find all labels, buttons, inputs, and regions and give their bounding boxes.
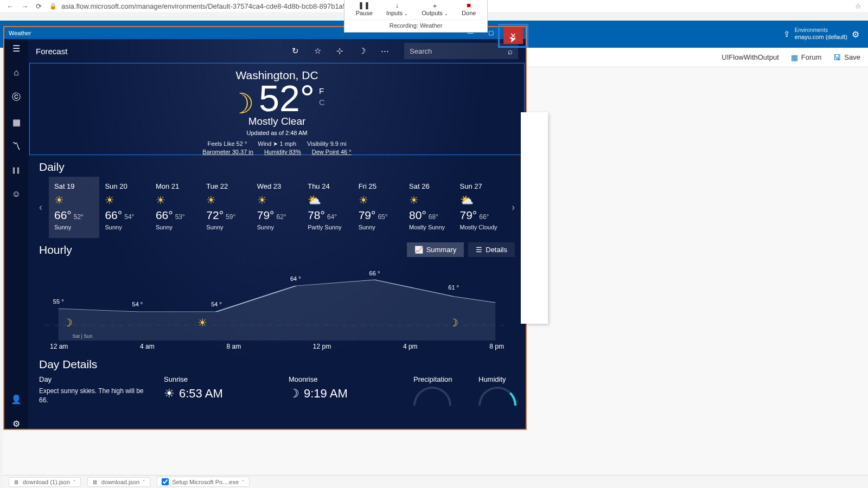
day-name: Tue 22 <box>206 182 246 190</box>
unit-c[interactable]: C <box>319 97 325 108</box>
sunrise-label: Sunrise <box>164 375 272 383</box>
inputs-button[interactable]: ↓Inputs⌄ <box>386 1 408 16</box>
recorder-status: Recording: Weather <box>344 20 487 32</box>
day-name: Sat 19 <box>54 182 94 190</box>
day-card[interactable]: Wed 23 ☀ 79°62° Sunny <box>252 177 302 238</box>
sun-icon: ☀ <box>164 387 175 401</box>
day-condition: Mostly Sunny <box>409 224 449 230</box>
forward-icon[interactable]: → <box>21 2 28 10</box>
chevron-up-icon[interactable]: ˄ <box>143 479 145 485</box>
day-card[interactable]: Mon 21 ☀ 66°53° Sunny <box>150 177 201 238</box>
high-temp: 79° <box>359 209 376 221</box>
reload-icon[interactable]: ⟳ <box>36 2 42 10</box>
high-temp: 72° <box>206 209 224 221</box>
tab-summary[interactable]: 📈Summary <box>407 242 464 257</box>
download-checkbox[interactable] <box>162 478 169 485</box>
day-card[interactable]: Tue 22 ☀ 72°59° Sunny <box>201 177 251 238</box>
day-card[interactable]: Sat 26 ☀ 80°68° Mostly Sunny <box>404 177 454 238</box>
day-label: Day <box>39 375 148 383</box>
day-card[interactable]: Sun 20 ☀ 66°54° Sunny <box>99 177 150 238</box>
weather-icon: ⛅ <box>460 194 500 207</box>
humidity-label: Humidity <box>478 375 526 383</box>
moon-icon[interactable]: ☽ <box>359 46 366 56</box>
save-button[interactable]: 🖫Save <box>833 53 860 62</box>
hour-label: 4 pm <box>403 343 418 350</box>
low-temp: 54° <box>124 213 134 221</box>
download-item[interactable]: 🗎download.json˄ <box>87 477 150 487</box>
day-card[interactable]: Sat 19 ☀ 66°52° Sunny <box>49 177 99 238</box>
forum-button[interactable]: ▦Forum <box>791 53 822 62</box>
day-card[interactable]: Sun 27 ⛅ 79°66° Mostly Cloudy <box>455 177 505 238</box>
weather-window: Weather — ▢ ☰ ⌂ ⓒ ▦ 〽 ⫿⫿ ☺ 👤 ⚙ Forecast … <box>3 26 527 430</box>
pin-icon[interactable]: ⊹ <box>336 46 343 56</box>
home-icon[interactable]: ⌂ <box>14 68 19 78</box>
day-name: Sun 27 <box>460 182 500 190</box>
flow-name[interactable]: UIFlowWithOutput <box>722 53 778 61</box>
favorite-icon[interactable]: ☆ <box>314 46 321 56</box>
low-temp: 62° <box>277 213 286 221</box>
share-icon[interactable]: ⇪ <box>783 29 790 39</box>
window-title: Weather <box>9 30 31 36</box>
outputs-button[interactable]: ＋Outputs⌄ <box>422 1 448 16</box>
face-icon[interactable]: ☺ <box>12 189 21 199</box>
search-icon[interactable]: ⌕ <box>508 47 513 56</box>
day-condition: Sunny <box>54 224 94 230</box>
history-icon[interactable]: ⫿⫿ <box>12 165 21 175</box>
low-temp: 64° <box>327 213 337 221</box>
refresh-icon[interactable]: ↻ <box>292 46 299 56</box>
user-icon[interactable]: 👤 <box>11 394 22 404</box>
hourly-point: 66 ° <box>369 270 380 277</box>
tab-details[interactable]: ☰Details <box>468 242 515 257</box>
weather-content[interactable]: Forecast ↻ ☆ ⊹ ☽ ⋯ Search ⌕ Washington, … <box>28 39 526 429</box>
lock-icon: 🔒 <box>49 3 57 10</box>
more-icon[interactable]: ⋯ <box>381 46 389 56</box>
menu-icon[interactable]: ☰ <box>12 43 20 54</box>
pause-button[interactable]: ❚❚Pause <box>356 1 373 16</box>
star-icon[interactable]: ☆ <box>855 2 861 10</box>
list-icon: ☰ <box>476 246 482 254</box>
precip-gauge <box>413 387 451 406</box>
hourly-point: 54 ° <box>132 301 143 307</box>
current-temp: 52° <box>259 80 315 117</box>
tile-icon[interactable]: ▦ <box>12 117 21 127</box>
day-name: Mon 21 <box>156 182 195 190</box>
weather-icon: ☀ <box>257 194 297 207</box>
done-button[interactable]: ■Done <box>462 1 476 16</box>
daily-prev[interactable]: ‹ <box>33 202 49 213</box>
moon-icon: ☽ <box>289 387 299 401</box>
weather-icon: ☀ <box>409 194 449 207</box>
hour-label: 12 am <box>50 343 68 350</box>
moon-icon: ☽ <box>63 316 73 329</box>
unit-f[interactable]: F <box>319 85 325 97</box>
gear-icon[interactable]: ⚙ <box>852 29 859 40</box>
low-temp: 65° <box>378 213 387 221</box>
file-icon: 🗎 <box>92 479 98 485</box>
url-text[interactable]: asia.flow.microsoft.com/manage/environme… <box>61 2 388 10</box>
hour-label: 8 am <box>226 343 241 350</box>
day-name: Thu 24 <box>308 182 347 190</box>
back-icon[interactable]: ← <box>7 2 14 10</box>
hour-label: 12 pm <box>313 343 331 350</box>
chevron-up-icon[interactable]: ˄ <box>73 479 76 485</box>
low-temp: 59° <box>226 213 235 221</box>
high-temp: 79° <box>257 209 275 221</box>
chevron-up-icon[interactable]: ˄ <box>242 479 245 485</box>
download-item[interactable]: 🗎download (1).json˄ <box>9 477 81 487</box>
settings-icon[interactable]: ⚙ <box>12 419 20 429</box>
chart-icon[interactable]: 〽 <box>12 142 21 151</box>
weather-icon: ☀ <box>206 194 246 207</box>
moon-icon: ☽ <box>449 316 458 329</box>
env-value[interactable]: enayu.com (default) <box>795 34 847 41</box>
hourly-point: 61 ° <box>448 284 459 291</box>
globe-icon[interactable]: ⓒ <box>12 92 21 103</box>
weather-icon: ☀ <box>359 194 398 207</box>
day-card[interactable]: Thu 24 ⛅ 78°64° Partly Sunny <box>302 177 353 238</box>
day-name: Wed 23 <box>257 182 297 190</box>
sun-icon: ☀ <box>197 316 207 329</box>
download-item[interactable]: Setup Microsoft Po....exe˄ <box>157 477 250 487</box>
hourly-chart[interactable]: 55 ° 54 ° 54 ° 64 ° 66 ° 61 ° ☽ ☀ ☽ Sat … <box>44 265 509 341</box>
daily-next[interactable]: › <box>505 202 521 213</box>
day-condition: Sunny <box>257 224 297 230</box>
current-conditions[interactable]: Washington, DC ☽ 52° F C Mostly Clear Up… <box>29 63 525 155</box>
day-card[interactable]: Fri 25 ☀ 79°65° Sunny <box>353 177 404 238</box>
